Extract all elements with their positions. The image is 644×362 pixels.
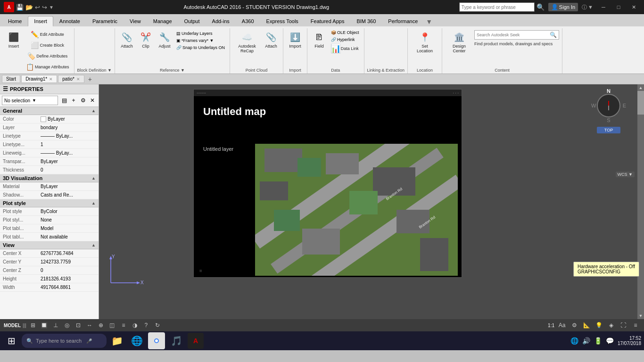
- autocad-recap-btn[interactable]: ☁️ Autodesk ReCap: [233, 29, 261, 55]
- plotstyle-collapse-icon[interactable]: ▲: [91, 201, 96, 206]
- attach-btn[interactable]: 📎 Attach: [118, 29, 136, 50]
- volume-icon[interactable]: 🔊: [582, 337, 590, 345]
- battery-icon[interactable]: 🔋: [594, 337, 602, 345]
- 3dvis-section-header[interactable]: 3D Visualization ▲: [0, 174, 99, 182]
- isolate-icon[interactable]: ◈: [606, 321, 616, 330]
- ducs-icon[interactable]: ⊕: [96, 321, 106, 330]
- expand-btn[interactable]: ▼: [588, 4, 593, 10]
- edit-attribute-btn[interactable]: ✏️ Edit Attribute: [24, 29, 71, 40]
- osnap-icon[interactable]: ⊡: [74, 321, 83, 330]
- insert-btn[interactable]: ⬛ Insert: [5, 29, 23, 50]
- tab-featuredapps[interactable]: Featured Apps: [305, 16, 351, 26]
- block-editor-btn[interactable]: 🖊️ Block Editor: [24, 73, 71, 74]
- scroll-down-btn[interactable]: ▼: [637, 313, 644, 319]
- adjust-btn[interactable]: 🔧 Adjust: [156, 29, 173, 50]
- autodesk-seek-link[interactable]: Find product models, drawings and specs: [474, 41, 559, 46]
- system-clock[interactable]: 17:52 17/07/2018: [618, 336, 641, 346]
- tab-performance[interactable]: Performance: [382, 16, 424, 26]
- tab-insert[interactable]: Insert: [28, 16, 53, 26]
- quick-access-redo[interactable]: ↪: [42, 4, 47, 11]
- tab-output[interactable]: Output: [178, 16, 206, 26]
- design-center-btn[interactable]: 🏛️ Design Center: [445, 29, 473, 55]
- hw-accel-icon[interactable]: 💡: [594, 321, 603, 330]
- canvas-area[interactable]: ········ · · · Untitled map Untitled lay…: [99, 84, 644, 319]
- task-spotify-btn[interactable]: 🎵: [168, 332, 185, 349]
- expand-ribbon-btn[interactable]: ▼: [424, 17, 434, 26]
- quick-access-save[interactable]: 💾: [16, 4, 24, 11]
- workspace-icon[interactable]: ⚙: [570, 321, 579, 330]
- hyperlink-btn[interactable]: 🔗 Hyperlink: [329, 36, 361, 43]
- start-button[interactable]: ⊞: [3, 332, 20, 349]
- import-btn[interactable]: ⬇️ Import: [286, 29, 304, 50]
- props-close-icon[interactable]: ✕: [88, 96, 97, 105]
- customize-icon[interactable]: ≡: [631, 321, 640, 330]
- set-location-btn[interactable]: 📍 Set Location: [411, 29, 439, 55]
- qp-icon[interactable]: ?: [141, 321, 151, 330]
- data-link-btn[interactable]: 📊 Data Link: [329, 43, 361, 54]
- view-section-header[interactable]: View ▲: [0, 241, 99, 249]
- tab-start[interactable]: Start: [2, 75, 20, 83]
- create-block-btn[interactable]: ⬜ Create Block: [24, 40, 71, 50]
- new-tab-btn[interactable]: +: [85, 74, 95, 84]
- scroll-thumb[interactable]: [637, 91, 644, 115]
- fullscreen-icon[interactable]: ⛶: [619, 321, 628, 330]
- tab-drawing1-close[interactable]: ✕: [49, 77, 53, 82]
- taskbar-search[interactable]: 🔍 Type here to search 🎤: [22, 334, 107, 348]
- props-add-icon[interactable]: +: [69, 96, 78, 105]
- tab-addins[interactable]: Add-ins: [206, 16, 236, 26]
- props-toggle1-icon[interactable]: ▤: [60, 96, 68, 105]
- grid-snap-icon[interactable]: ⊞: [28, 321, 38, 330]
- clip-btn[interactable]: ✂️ Clip: [137, 29, 155, 50]
- close-btn[interactable]: ✕: [627, 2, 640, 12]
- task-autocad-btn[interactable]: A: [188, 333, 204, 349]
- plotstyle-section-header[interactable]: Plot style ▲: [0, 199, 99, 207]
- tab-view[interactable]: View: [124, 16, 147, 26]
- keyword-search-input[interactable]: [459, 2, 535, 12]
- tab-drawing1[interactable]: Drawing1* ✕: [21, 75, 57, 83]
- task-edge-btn[interactable]: 🌐: [128, 332, 145, 349]
- color-swatch[interactable]: [41, 116, 46, 122]
- quick-access-open[interactable]: 📂: [25, 4, 33, 11]
- map-coords-btn[interactable]: ≡: [199, 268, 202, 273]
- scroll-up-btn[interactable]: ▲: [637, 84, 644, 91]
- units-icon[interactable]: 📐: [582, 321, 591, 330]
- signin-btn[interactable]: 👤 Sign In: [548, 3, 578, 11]
- quick-access-undo[interactable]: ↩: [35, 4, 40, 11]
- task-explorer-btn[interactable]: 📁: [108, 332, 125, 349]
- tab-expresstools[interactable]: Express Tools: [260, 16, 305, 26]
- ole-object-btn[interactable]: 📦 OLE Object: [329, 29, 361, 36]
- otrack-icon[interactable]: ↔: [85, 321, 94, 330]
- attach-pc-btn[interactable]: 📎 Attach: [262, 29, 280, 50]
- props-settings-icon[interactable]: ⚙: [79, 96, 87, 105]
- underlay-layers-btn[interactable]: ▤ Underlay Layers: [174, 30, 227, 37]
- general-section-header[interactable]: General ▲: [0, 107, 99, 115]
- tab-a360[interactable]: A360: [236, 16, 260, 26]
- transparency-icon[interactable]: ◑: [130, 321, 140, 330]
- minimize-btn[interactable]: ─: [597, 2, 610, 12]
- quick-access-more[interactable]: ▼: [49, 5, 54, 10]
- lweight-icon[interactable]: ≡: [119, 321, 128, 330]
- autodesk-seek-input[interactable]: [477, 33, 550, 37]
- frames-vary-btn[interactable]: ▣ *Frames vary* ▼: [174, 37, 227, 44]
- field-btn[interactable]: 🖹 Field: [310, 29, 328, 50]
- polar-icon[interactable]: ◎: [62, 321, 72, 330]
- tab-parametric[interactable]: Parametric: [86, 16, 124, 26]
- tab-bim360[interactable]: BIM 360: [350, 16, 382, 26]
- tab-patio[interactable]: patio* ✕: [58, 75, 84, 83]
- tab-home[interactable]: Home: [2, 16, 28, 26]
- keyword-search-btn[interactable]: 🔍: [537, 3, 545, 11]
- tab-patio-close[interactable]: ✕: [76, 77, 80, 82]
- manage-attributes-btn[interactable]: 📋 Manage Attributes: [24, 62, 71, 72]
- annotation-icon[interactable]: Aa: [557, 321, 567, 330]
- define-attributes-btn[interactable]: 🏷️ Define Attributes: [24, 51, 71, 61]
- maximize-btn[interactable]: □: [612, 2, 625, 12]
- tab-annotate[interactable]: Annotate: [53, 16, 86, 26]
- ortho-icon[interactable]: ⊥: [51, 321, 60, 330]
- notification-icon[interactable]: 💬: [606, 337, 614, 345]
- dyn-icon[interactable]: ◫: [107, 321, 117, 330]
- network-icon[interactable]: 🌐: [570, 337, 578, 345]
- snap-icon[interactable]: 🔲: [40, 321, 49, 330]
- no-selection-dropdown[interactable]: No selection ▼: [2, 96, 58, 105]
- info-btn[interactable]: ⓘ: [582, 4, 587, 11]
- 3dvis-collapse-icon[interactable]: ▲: [91, 176, 96, 181]
